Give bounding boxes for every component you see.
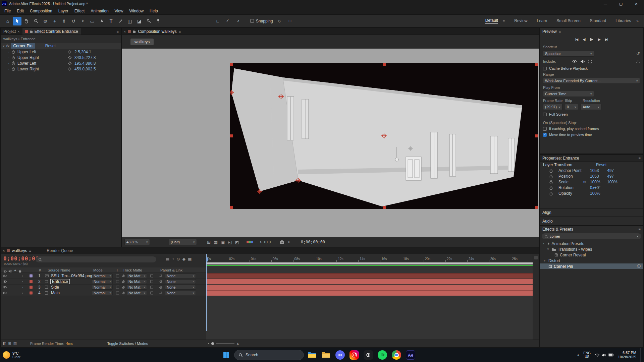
clock[interactable]: 6:57 PM 10/28/2025	[618, 351, 636, 359]
shy-layers-icon[interactable]: ⊙	[177, 257, 180, 261]
minimize-button[interactable]: —	[598, 0, 613, 7]
layer-bar[interactable]	[206, 273, 533, 279]
close-icon[interactable]: ×	[3, 249, 5, 253]
axis-view-icon[interactable]: ⊿	[233, 17, 242, 25]
layer-bar[interactable]	[206, 290, 533, 296]
grid-guides-icon[interactable]: ⊞	[207, 240, 211, 245]
twirl-down-icon[interactable]: ∨	[547, 248, 550, 251]
layer-color-swatch[interactable]	[30, 292, 33, 295]
draft-3d-icon[interactable]: ◔	[172, 257, 174, 261]
hand-tool[interactable]	[22, 17, 31, 25]
tree-item-corner-reveal[interactable]: Corner Reveal	[540, 252, 643, 258]
parent-select[interactable]: None∨	[165, 279, 196, 284]
track-matte-select[interactable]: No Mat∨	[127, 291, 147, 295]
home-button[interactable]: ⌂	[3, 17, 12, 25]
stopwatch-icon[interactable]	[549, 169, 553, 173]
blend-mode-select[interactable]: Normal∨	[92, 274, 113, 278]
menu-window[interactable]: Window	[126, 7, 147, 15]
skip-select[interactable]: 0∨	[565, 104, 578, 110]
layer-bar[interactable]	[206, 279, 533, 284]
param-value[interactable]: 195.4,880.8	[74, 61, 96, 66]
exposure-value[interactable]: +0.0	[263, 240, 271, 244]
twirl-down-icon[interactable]: ∨	[3, 45, 5, 48]
matte-pickwhip-icon[interactable]	[121, 286, 125, 289]
eye-icon[interactable]	[3, 285, 7, 290]
timeline-search-input[interactable]	[36, 256, 156, 262]
zoom-in-mountain-icon[interactable]: ▲	[236, 342, 239, 345]
transform-reset-link[interactable]: Reset	[596, 163, 606, 167]
selection-tool[interactable]	[13, 17, 21, 25]
panel-menu-icon[interactable]: ≡	[117, 29, 119, 34]
align-panel[interactable]: Align	[540, 208, 643, 217]
timeline-track-area[interactable]: 0s02s04s06s08s10s12s14s16s18s20s22s24s26…	[206, 254, 533, 340]
point-picker-icon[interactable]	[68, 56, 72, 60]
panel-menu-icon[interactable]: ≡	[639, 227, 641, 231]
close-icon[interactable]: ×	[124, 29, 126, 34]
language-indicator[interactable]: ENG US	[583, 351, 591, 359]
audio-panel[interactable]: Audio	[540, 217, 643, 225]
expander-icon[interactable]: ›	[22, 275, 23, 278]
tab-render-queue[interactable]: Render Queue	[47, 248, 73, 253]
expander-icon[interactable]: ›	[22, 292, 23, 295]
panel-menu-icon[interactable]: ≡	[639, 156, 641, 160]
shape-tool[interactable]: ▭	[88, 17, 97, 25]
track-matte-select[interactable]: No Mat∨	[127, 274, 147, 278]
param-value[interactable]: 2.5,204.1	[74, 50, 91, 54]
frame-blend-icon[interactable]: ◆	[182, 257, 185, 261]
orbit-camera-tool[interactable]: ⊚	[41, 17, 50, 25]
lock-icon[interactable]	[133, 29, 136, 33]
include-audio-icon[interactable]	[580, 60, 585, 63]
stopwatch-icon[interactable]	[549, 192, 553, 196]
parent-pickwhip-icon[interactable]	[159, 274, 163, 278]
spotify-icon[interactable]	[376, 349, 388, 361]
full-screen-checkbox[interactable]	[543, 113, 547, 116]
panel-menu-icon[interactable]: ≡	[559, 29, 561, 34]
param-value[interactable]: 459.0,802.5	[74, 67, 96, 71]
after-effects-icon[interactable]: Ae	[405, 349, 417, 361]
weather-widget[interactable]: 9°C Clear	[3, 348, 20, 362]
eye-icon[interactable]	[3, 279, 7, 284]
axis-local-icon[interactable]: ∟	[213, 17, 222, 25]
previous-frame-button[interactable]: ◀|	[583, 38, 585, 41]
menu-animation[interactable]: Animation	[88, 7, 111, 15]
play-from-select[interactable]: Current Time∨	[543, 91, 594, 97]
track-matte-select[interactable]: No Mat∨	[127, 279, 147, 284]
brush-tool[interactable]	[116, 17, 125, 25]
property-value[interactable]: 100%	[590, 191, 600, 196]
pan-camera-tool[interactable]: +	[50, 17, 59, 25]
workspace-libraries[interactable]: Libraries	[615, 18, 631, 24]
if-caching-checkbox[interactable]	[543, 127, 547, 131]
workspace-standard[interactable]: Standard	[590, 18, 606, 24]
tab-project[interactable]: Project ×	[1, 28, 22, 35]
workspace-default[interactable]: Default	[485, 18, 498, 24]
column-matte[interactable]: Track Matte	[123, 267, 142, 273]
tray-system-icons[interactable]	[595, 353, 614, 357]
timeline-ruler[interactable]: 0s02s04s06s08s10s12s14s16s18s20s22s24s26…	[206, 254, 533, 262]
snapping-checkbox[interactable]	[250, 19, 254, 23]
viewer-timecode[interactable]: 0;00;00;00	[301, 240, 325, 244]
tree-item-transitions-wipes[interactable]: ∨ Transitions - Wipes	[540, 246, 643, 252]
info-icon[interactable]: ⓘ	[637, 264, 641, 269]
discord-icon[interactable]	[334, 349, 346, 361]
column-source[interactable]: Source Name	[48, 267, 70, 273]
eraser-tool[interactable]: ◪	[135, 17, 144, 25]
play-button[interactable]: ▶	[590, 37, 593, 42]
parent-pickwhip-icon[interactable]	[159, 291, 163, 295]
layer-row[interactable]: › 3 Side Normal∨ No Mat∨ None∨	[1, 285, 206, 290]
next-frame-button[interactable]: |▶	[598, 38, 600, 41]
lock-icon[interactable]	[30, 29, 33, 33]
first-frame-button[interactable]: |◀	[575, 38, 578, 41]
clear-search-icon[interactable]: ×	[637, 234, 639, 238]
blend-mode-select[interactable]: Normal∨	[92, 285, 113, 290]
snap-grid-icon[interactable]: ⊡	[286, 17, 294, 25]
property-value[interactable]: 1053	[590, 168, 599, 173]
current-timecode[interactable]: 0;00;00;00	[3, 255, 39, 262]
type-tool[interactable]: T	[107, 17, 115, 25]
parent-pickwhip-icon[interactable]	[159, 286, 163, 289]
menu-edit[interactable]: Edit	[14, 7, 27, 15]
work-area-bar[interactable]	[206, 262, 533, 264]
layer-row[interactable]: › 1 SSU_Tex...06x994.png Normal∨ No Mat∨…	[1, 273, 206, 279]
matte-pickwhip-icon[interactable]	[121, 291, 125, 295]
menu-effect[interactable]: Effect	[71, 7, 88, 15]
menu-layer[interactable]: Layer	[55, 7, 71, 15]
